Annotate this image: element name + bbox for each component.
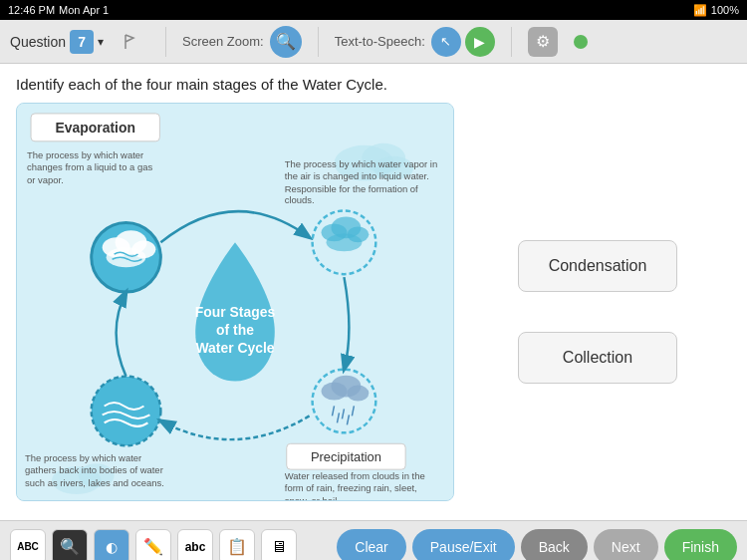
top-toolbar: Question 7 ▾ Screen Zoom: 🔍 Text-to-Spee… <box>0 20 747 64</box>
screen-zoom-label: Screen Zoom: <box>182 34 264 49</box>
condensation-target[interactable]: Condensation <box>518 240 677 292</box>
time-display: 12:46 PM <box>8 4 55 16</box>
condensation-label: Condensation <box>549 257 647 275</box>
bottom-toolbar: ABC 🔍 ◐ ✏️ abc 📋 🖥 Clear Pause/Exit Back… <box>0 520 747 560</box>
clear-button[interactable]: Clear <box>337 529 405 561</box>
back-button[interactable]: Back <box>521 529 588 561</box>
pause-exit-button[interactable]: Pause/Exit <box>412 529 515 561</box>
pencil-tool-button[interactable]: ✏️ <box>135 529 171 561</box>
battery-display: 100% <box>711 4 739 16</box>
finish-button[interactable]: Finish <box>664 529 737 561</box>
flag-button[interactable] <box>114 24 149 60</box>
abc-tool-button[interactable]: ABC <box>10 529 46 561</box>
svg-text:of the: of the <box>216 322 254 338</box>
svg-text:Precipitation: Precipitation <box>311 449 381 464</box>
cursor-icon: ↖ <box>440 34 451 49</box>
color-icon: ◐ <box>106 539 118 555</box>
tool-buttons: ABC 🔍 ◐ ✏️ abc 📋 🖥 <box>10 529 297 561</box>
tts-play-button[interactable]: ▶ <box>465 27 495 57</box>
question-text: Identify each of the four main stages of… <box>16 76 731 93</box>
svg-text:Four Stages: Four Stages <box>195 304 276 320</box>
play-icon: ▶ <box>474 34 485 50</box>
question-indicator: Question 7 ▾ <box>10 30 104 54</box>
highlight-icon: 📋 <box>227 537 247 556</box>
tts-cursor-button[interactable]: ↖ <box>431 27 461 57</box>
tts-label: Text-to-Speech: <box>335 34 425 49</box>
next-button[interactable]: Next <box>594 529 658 561</box>
collection-label: Collection <box>563 349 632 367</box>
svg-point-28 <box>92 377 161 446</box>
tts-buttons: ↖ ▶ <box>431 27 495 57</box>
main-content: Identify each of the four main stages of… <box>0 64 747 520</box>
wifi-icon: 📶 <box>693 4 707 17</box>
text-to-speech-area: Text-to-Speech: ↖ ▶ <box>335 27 495 57</box>
highlight-tool-button[interactable]: 📋 <box>219 529 255 561</box>
toolbar-separator-3 <box>511 27 512 57</box>
magnify-tool-button[interactable]: 🔍 <box>52 529 88 561</box>
answer-targets: Condensation Collection <box>464 103 731 520</box>
gear-icon: ⚙ <box>536 32 550 51</box>
status-bar: 12:46 PM Mon Apr 1 📶 100% <box>0 0 747 20</box>
content-area: Four Stages of the Water Cycle <box>16 103 731 520</box>
svg-point-22 <box>347 386 369 402</box>
color-tool-button[interactable]: ◐ <box>94 529 129 561</box>
svg-text:Evaporation: Evaporation <box>55 120 134 136</box>
question-number: 7 <box>70 30 94 54</box>
toolbar-separator-2 <box>318 27 319 57</box>
pencil-icon: ✏️ <box>143 537 163 556</box>
navigation-buttons: Clear Pause/Exit Back Next Finish <box>337 529 737 561</box>
abc-icon: ABC <box>17 541 39 552</box>
monitor-tool-button[interactable]: 🖥 <box>261 529 297 561</box>
eraser-icon: abc <box>185 540 206 554</box>
eraser-tool-button[interactable]: abc <box>177 529 213 561</box>
date-display: Mon Apr 1 <box>59 4 109 16</box>
toolbar-separator <box>165 27 166 57</box>
search-icon: 🔍 <box>276 32 296 51</box>
dropdown-icon[interactable]: ▾ <box>98 35 104 49</box>
collection-target[interactable]: Collection <box>518 332 677 384</box>
zoom-search-button[interactable]: 🔍 <box>270 26 302 58</box>
monitor-icon: 🖥 <box>271 538 287 556</box>
water-cycle-diagram: Four Stages of the Water Cycle <box>16 103 454 501</box>
settings-button[interactable]: ⚙ <box>528 27 558 57</box>
connection-status-dot <box>574 35 588 49</box>
screen-zoom-area: Screen Zoom: 🔍 <box>182 26 302 58</box>
svg-text:Water Cycle: Water Cycle <box>195 340 274 356</box>
magnify-icon: 🔍 <box>60 537 80 556</box>
svg-point-13 <box>107 247 146 267</box>
question-label: Question <box>10 34 66 50</box>
